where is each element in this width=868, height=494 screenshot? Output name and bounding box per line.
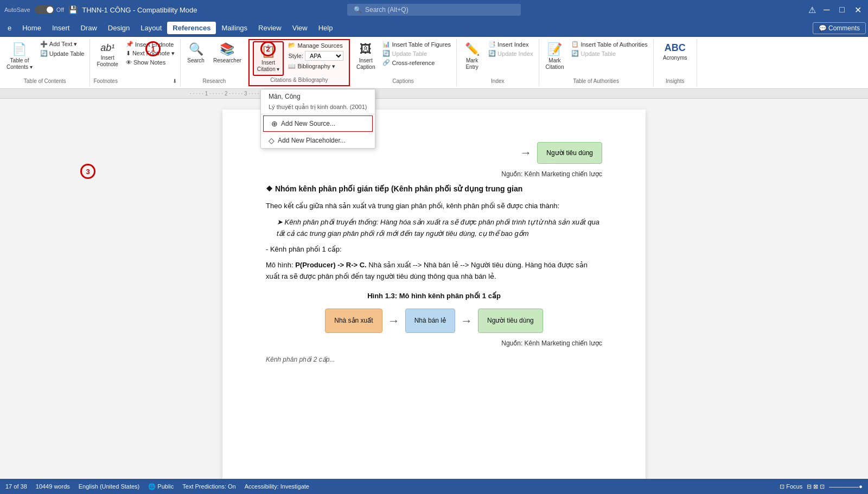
doc-sub-1: - Kênh phân phối 1 cấp: (266, 244, 602, 255)
toggle-knob (47, 7, 53, 13)
insert-table-of-authorities-button[interactable]: 📋 Insert Table of Authorities (569, 40, 649, 48)
table-of-contents-button[interactable]: 📄 Table ofContents ▾ (3, 40, 36, 73)
menu-item-insert[interactable]: Insert (47, 22, 75, 34)
menu-item-e[interactable]: e (2, 22, 17, 34)
insert-footnote-button[interactable]: ab¹ InsertFootnote (93, 40, 121, 70)
doc-sub-2: Mô hình: P(Producer) -> R-> C. Nhà sản x… (266, 260, 602, 283)
status-bar: 17 of 38 10449 words English (United Sta… (0, 479, 868, 494)
cross-reference-button[interactable]: 🔗 Cross-reference (380, 59, 453, 67)
update-toa-icon: 🔄 (571, 50, 579, 57)
style-dropdown[interactable]: APA MLA Chicago (305, 51, 343, 61)
menu-item-home[interactable]: Home (17, 22, 47, 34)
arrow-right-icon: → (520, 146, 532, 160)
focus-button[interactable]: ⊡ Focus (780, 483, 802, 490)
document-area[interactable]: 3 → Người tiêu dùng Nguồn: Kênh Marketin… (0, 99, 868, 479)
menu-item-mailings[interactable]: Mailings (216, 22, 253, 34)
menu-item-layout[interactable]: Layout (135, 22, 167, 34)
update-index-button: 🔄 Update Index (486, 49, 535, 57)
add-text-icon: ➕ (40, 41, 48, 48)
bibliography-icon: 📖 (288, 63, 296, 70)
insert-index-icon: 📑 (488, 41, 496, 48)
zoom-slider[interactable]: —————● (829, 483, 863, 490)
menu-item-review[interactable]: Review (253, 22, 287, 34)
visibility: 🌐 Public (148, 483, 174, 490)
ribbon: 1 2 📄 Table ofContents ▾ ➕ Add Text ▾ 🔄 … (0, 37, 868, 89)
mark-entry-icon: ✏️ (465, 42, 480, 56)
toa-icon: 📋 (571, 41, 579, 48)
autosave-toggle[interactable]: Off (35, 5, 64, 14)
text-predictions: Text Predictions: On (182, 483, 235, 490)
ribbon-group-captions: 🖼 InsertCaption 📊 Insert Table of Figure… (350, 39, 457, 86)
doc-heading: ❖ Nhóm kênh phân phối gián tiếp (Kênh ph… (266, 183, 602, 195)
footnotes-expander[interactable]: ⬇ (173, 78, 177, 84)
ribbon-group-footnotes: ab¹ InsertFootnote 📌 Insert Endnote ⬇ Ne… (90, 39, 181, 86)
menu-item-help[interactable]: Help (313, 22, 339, 34)
mark-entry-button[interactable]: ✏️ MarkEntry (460, 40, 484, 73)
menu-item-references[interactable]: References (167, 22, 216, 34)
menu-item-design[interactable]: Design (103, 22, 135, 34)
researcher-button[interactable]: 📚 Researcher (210, 40, 245, 66)
next-section-preview: Kênh phân phối 2 cấp... (266, 355, 602, 365)
citation-dropdown-menu: Mân, Công Lý thuyết quản trị kinh doanh.… (260, 89, 375, 149)
update-table-button[interactable]: 🔄 Update Table (38, 49, 87, 57)
bibliography-button[interactable]: 📖 Bibliography ▾ (286, 62, 346, 70)
minimize-button[interactable]: ─ (821, 3, 832, 17)
add-source-label: Add New Source... (281, 120, 335, 127)
acronyms-button[interactable]: ABC Acronyms (660, 40, 690, 63)
diagram-box-retailer: Nhà bán lẻ (405, 309, 455, 333)
style-select-row[interactable]: Style: APA MLA Chicago (286, 50, 346, 61)
add-placeholder-label: Add New Placeholder... (278, 137, 346, 144)
mark-citation-icon: 📝 (547, 42, 562, 56)
save-icon[interactable]: 💾 (68, 5, 78, 14)
step-marker-2: 2 (260, 41, 276, 56)
citation-dropdown: Mân, Công Lý thuyết quản trị kinh doanh.… (260, 89, 375, 149)
dropdown-separator (261, 114, 375, 114)
close-button[interactable]: ✕ (852, 3, 864, 17)
update-index-icon: 🔄 (488, 50, 496, 57)
insert-caption-icon: 🖼 (360, 42, 372, 56)
toggle-switch[interactable] (35, 5, 54, 14)
add-new-source-item[interactable]: ⊕ Add New Source... (263, 116, 373, 132)
step-marker-3: 3 (80, 164, 95, 179)
ruler: · · · · · 1 · · · · · 2 · · · · · 3 · · … (0, 89, 868, 99)
update-table-captions-button: 🔄 Update Table (380, 49, 453, 57)
title-bar: AutoSave Off 💾 THNN-1 CÔNG - Compatibili… (0, 0, 868, 20)
doc-title: THNN-1 CÔNG - Compatibility Mode (82, 6, 197, 14)
step-marker-1: 1 (145, 41, 161, 56)
cross-reference-icon: 🔗 (382, 59, 390, 66)
search-bar[interactable]: 🔍 Search (Alt+Q) (347, 4, 521, 16)
mark-citation-button[interactable]: 📝 MarkCitation (542, 40, 567, 73)
insert-table-of-figures-button[interactable]: 📊 Insert Table of Figures (380, 40, 453, 48)
maximize-button[interactable]: □ (837, 3, 847, 17)
table-of-figures-icon: 📊 (382, 41, 390, 48)
comments-button[interactable]: 💬 Comments (813, 22, 866, 34)
add-new-placeholder-item[interactable]: ◇ Add New Placeholder... (261, 133, 375, 148)
insert-caption-button[interactable]: 🖼 InsertCaption (353, 40, 378, 73)
researcher-icon: 📚 (220, 42, 234, 56)
fig-1-title: Hình 1.3: Mô hình kênh phân phối 1 cấp (266, 291, 602, 302)
manage-sources-button[interactable]: 📂 Manage Sources (286, 41, 346, 49)
menu-item-draw[interactable]: Draw (75, 22, 102, 34)
source-subtitle: Lý thuyết quản trị kinh doanh. (2001) (261, 104, 375, 113)
search-button[interactable]: 🔍 Search (184, 40, 208, 66)
show-notes-button[interactable]: 👁 Show Notes (124, 59, 177, 66)
word-count: 10449 words (36, 483, 70, 490)
insert-index-button[interactable]: 📑 Insert Index (486, 40, 535, 48)
autosave-label: AutoSave (4, 7, 30, 13)
autosave-off: Off (56, 7, 64, 13)
doc-source-2: Nguồn: Kênh Marketing chiến lược (266, 338, 602, 349)
diagram-1: Nhà sản xuất → Nhà bán lẻ → Người tiêu d… (266, 309, 602, 333)
footnotes-group-label: Footnotes ⬇ (93, 78, 177, 85)
style-label: Style: (288, 53, 303, 59)
source-man-cong[interactable]: Mân, Công (261, 89, 375, 104)
search-ribbon-icon: 🔍 (189, 42, 203, 56)
menu-item-view[interactable]: View (287, 22, 313, 34)
ribbon-group-research: 🔍 Search 📚 Researcher Research (181, 39, 248, 86)
view-icons[interactable]: ⊟ ⊠ ⊡ (807, 483, 825, 490)
doc-para-1: Theo kết cấu giữa nhà sản xuất và trung … (266, 201, 602, 212)
ribbon-group-toc: 📄 Table ofContents ▾ ➕ Add Text ▾ 🔄 Upda… (0, 39, 90, 86)
page-indicator: 17 of 38 (5, 483, 27, 490)
top-right-box: Người tiêu dùng (537, 142, 602, 164)
add-text-button[interactable]: ➕ Add Text ▾ (38, 40, 87, 48)
diagram-box-consumer: Người tiêu dùng (478, 309, 543, 333)
